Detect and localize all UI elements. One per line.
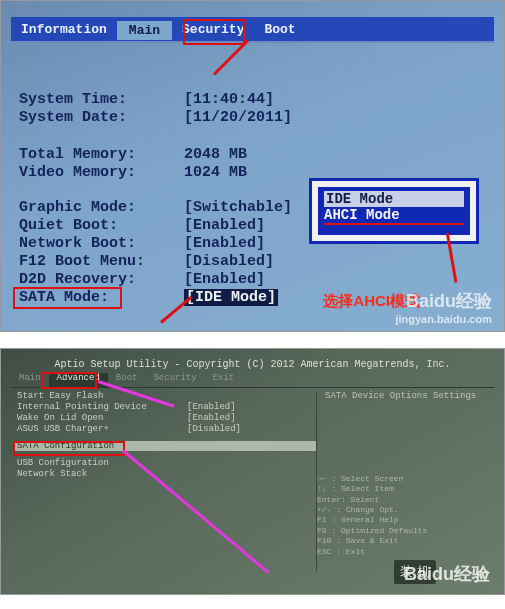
- tab-security[interactable]: Security: [145, 373, 204, 387]
- tab-exit[interactable]: Exit: [205, 373, 243, 387]
- popup-option-ide[interactable]: IDE Mode: [324, 191, 464, 207]
- item-start-easy-flash[interactable]: Start Easy Flash: [17, 391, 317, 401]
- item-wake-on-lid[interactable]: Wake On Lid Open[Enabled]: [17, 413, 317, 423]
- tab-main[interactable]: Main: [11, 373, 49, 387]
- item-usb-configuration[interactable]: USB Configuration: [17, 458, 317, 468]
- row-d2d-recovery: D2D Recovery:[Enabled]: [19, 271, 265, 288]
- watermark-baidu: Baidu经验 jingyan.baidu.com: [395, 289, 492, 325]
- bios2-tabbar: Main Advanced Boot Security Exit: [11, 373, 494, 388]
- sata-mode-popup: IDE Mode AHCI Mode: [312, 181, 476, 241]
- item-sata-configuration[interactable]: SATA Configuration: [15, 441, 317, 451]
- red-arrow-to-main: [213, 39, 249, 75]
- menu-boot[interactable]: Boot: [254, 22, 305, 37]
- watermark-baidu-2: Baidu经验: [404, 562, 490, 586]
- row-system-date: System Date:[11/20/2011]: [19, 109, 292, 126]
- row-video-memory: Video Memory:1024 MB: [19, 164, 247, 181]
- right-help-title: SATA Device Options Settings: [325, 391, 490, 401]
- bios2-right-column: SATA Device Options Settings →← : Select…: [316, 391, 490, 571]
- row-total-memory: Total Memory:2048 MB: [19, 146, 247, 163]
- menu-security[interactable]: Security: [172, 22, 254, 37]
- popup-option-ahci[interactable]: AHCI Mode: [324, 207, 464, 225]
- menu-main[interactable]: Main: [117, 21, 172, 40]
- row-graphic-mode: Graphic Mode:[Switchable]: [19, 199, 292, 216]
- row-f12-boot-menu: F12 Boot Menu:[Disabled]: [19, 253, 274, 270]
- bios-aptio-screenshot: Aptio Setup Utility - Copyright (C) 2012…: [0, 348, 505, 595]
- item-asus-usb-charger[interactable]: ASUS USB Charger+[Disabled]: [17, 424, 317, 434]
- row-network-boot: Network Boot:[Enabled]: [19, 235, 265, 252]
- row-sata-mode: SATA Mode:[IDE Mode]: [19, 289, 278, 306]
- row-system-time: System Time:[11:40:44]: [19, 91, 274, 108]
- bios-phoenix-screenshot: Information Main Security Boot System Ti…: [0, 0, 505, 332]
- menu-information[interactable]: Information: [11, 22, 117, 37]
- bios2-help-keys: →← : Select Screen ↑↓ : Select Item Ente…: [317, 474, 427, 557]
- bios2-title: Aptio Setup Utility - Copyright (C) 2012…: [1, 359, 504, 370]
- row-quiet-boot: Quiet Boot:[Enabled]: [19, 217, 265, 234]
- item-network-stack[interactable]: Network Stack: [17, 469, 317, 479]
- bios-menubar: Information Main Security Boot: [11, 17, 494, 43]
